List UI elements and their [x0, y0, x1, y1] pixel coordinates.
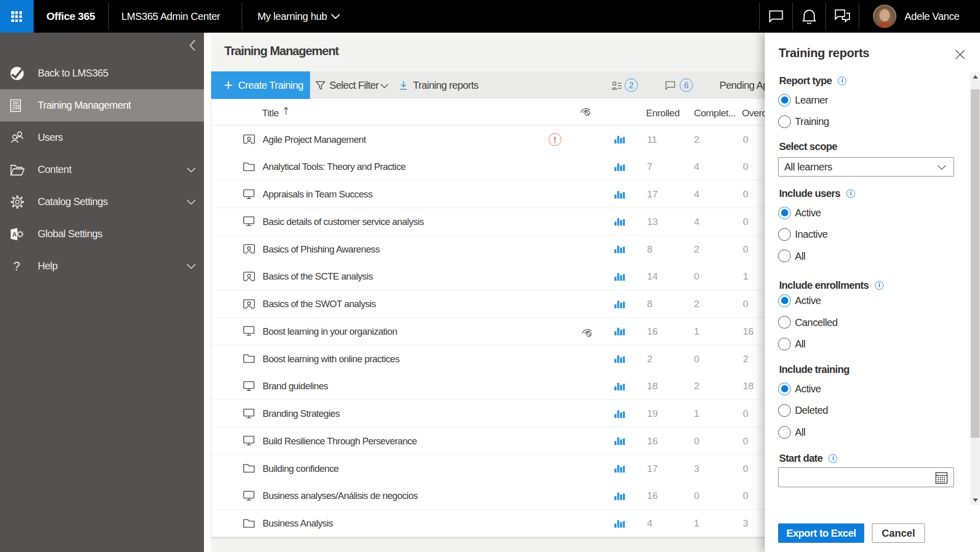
- svg-text:A: A: [12, 231, 17, 238]
